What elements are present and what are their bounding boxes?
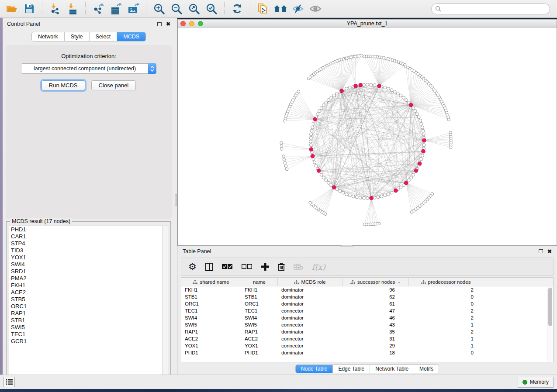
mcds-result-items: PHD1CAR1STP4TID3YOX1SWI4SRD1PMA2FKH1ACE2… xyxy=(9,226,168,345)
columns-icon[interactable] xyxy=(205,263,213,271)
table-cell: SWI4 xyxy=(241,315,278,320)
table-cell: ACE2 xyxy=(181,336,241,341)
column-header-mcds-role[interactable]: MCDS role xyxy=(278,278,343,286)
table-row[interactable]: STB1STB1dominator620 xyxy=(181,293,553,300)
select-all-icon[interactable] xyxy=(222,264,233,269)
list-item[interactable]: STB5 xyxy=(9,296,168,303)
toolbar-divider xyxy=(224,2,225,15)
table-cell: RAP1 xyxy=(241,329,278,334)
export-table-icon[interactable] xyxy=(108,2,123,16)
zoom-selected-icon[interactable] xyxy=(204,2,219,16)
network-window-title: YPA_prune.txt_1 xyxy=(178,21,557,27)
float-table-panel-icon[interactable] xyxy=(539,249,543,253)
tab-network-table[interactable]: Network Table xyxy=(370,365,414,373)
column-header-successor-nodes[interactable]: successor nodes ⌄ xyxy=(343,278,409,286)
refresh-icon[interactable] xyxy=(230,2,245,16)
zoom-out-icon[interactable] xyxy=(169,2,184,16)
table-row[interactable]: SWI4SWI4dominator462 xyxy=(181,314,553,321)
table-row[interactable]: ORC1ORC1dominator610 xyxy=(181,300,553,307)
table-row[interactable]: ACE2ACE2connector311 xyxy=(181,335,553,342)
table-row[interactable]: YOX1YOX1connector291 xyxy=(181,342,553,349)
import-network-icon[interactable] xyxy=(48,2,62,16)
list-item[interactable]: CAR1 xyxy=(9,233,168,240)
save-icon[interactable] xyxy=(22,2,37,16)
table-row[interactable]: RAP1RAP1dominator352 xyxy=(181,328,553,335)
network-clone-icon[interactable] xyxy=(256,2,270,16)
list-item[interactable]: FKH1 xyxy=(9,282,168,289)
close-panel-button[interactable]: Close panel xyxy=(91,80,136,90)
delete-icon[interactable] xyxy=(278,263,285,271)
desktop-wallpaper-bottom xyxy=(0,389,557,392)
close-panel-icon[interactable]: ✖ xyxy=(166,21,170,27)
list-item[interactable]: ORC1 xyxy=(9,303,168,310)
zoom-in-icon[interactable] xyxy=(152,2,166,16)
column-header-name[interactable]: name xyxy=(241,278,278,286)
select-stepper-icon xyxy=(148,63,156,74)
mcds-list-scrollbar[interactable] xyxy=(162,226,168,382)
list-item[interactable]: YOX1 xyxy=(9,254,168,261)
list-item[interactable]: RAP1 xyxy=(9,310,168,317)
tab-node-table[interactable]: Node Table xyxy=(296,365,333,373)
open-folder-icon[interactable] xyxy=(4,2,19,16)
run-mcds-button[interactable]: Run MCDS xyxy=(42,80,85,90)
mcds-result-list[interactable]: PHD1CAR1STP4TID3YOX1SWI4SRD1PMA2FKH1ACE2… xyxy=(9,226,168,382)
table-cell: ACE2 xyxy=(241,336,278,341)
table-cell: 1 xyxy=(409,336,483,341)
panel-splitter[interactable] xyxy=(175,18,177,375)
import-table-icon[interactable] xyxy=(65,2,80,16)
list-item[interactable]: PMA2 xyxy=(9,275,168,282)
list-item[interactable]: SWI5 xyxy=(9,324,168,331)
attribute-tree-icon xyxy=(350,280,355,284)
list-item[interactable]: ACE2 xyxy=(9,289,168,296)
tab-mcds[interactable]: MCDS xyxy=(117,32,145,41)
table-row[interactable]: TEC1TEC1connector472 xyxy=(181,307,553,314)
table-splitter-grip[interactable] xyxy=(341,245,353,247)
tab-network[interactable]: Network xyxy=(32,32,65,41)
column-header-shared-name[interactable]: shared name xyxy=(181,278,241,286)
add-column-icon[interactable] xyxy=(261,263,269,271)
tab-edge-table[interactable]: Edge Table xyxy=(333,365,370,373)
network-canvas[interactable] xyxy=(178,28,557,245)
table-cell: FKH1 xyxy=(241,287,278,292)
search-input[interactable] xyxy=(431,3,550,14)
tab-motifs[interactable]: Motifs xyxy=(414,365,439,373)
splitter-grip[interactable] xyxy=(175,194,177,206)
column-header-predecessor-nodes[interactable]: predecessor nodes xyxy=(409,278,483,286)
table-tab-group: Node Table Edge Table Network Table Moti… xyxy=(295,364,439,373)
first-neighbors-icon[interactable] xyxy=(273,2,288,16)
table-row[interactable]: PHD1PHD1dominator180 xyxy=(181,349,553,356)
hide-selected-icon[interactable] xyxy=(291,2,305,16)
table-scrollbar[interactable] xyxy=(547,287,553,361)
table-scrollbar-thumb[interactable] xyxy=(548,288,552,326)
memory-button[interactable]: Memory xyxy=(518,377,554,388)
list-item[interactable]: SRD1 xyxy=(9,268,168,275)
table-cell: 1 xyxy=(409,343,483,348)
list-item[interactable]: TID3 xyxy=(9,247,168,254)
gear-icon[interactable]: ⚙ xyxy=(188,262,197,272)
export-image-icon[interactable] xyxy=(126,2,141,16)
list-item[interactable]: PHD1 xyxy=(9,226,168,233)
list-item[interactable]: GCR1 xyxy=(9,338,168,345)
task-history-button[interactable] xyxy=(3,377,15,387)
list-item[interactable]: STP4 xyxy=(9,240,168,247)
tab-select[interactable]: Select xyxy=(90,32,118,41)
float-panel-icon[interactable] xyxy=(157,22,162,26)
table-cell: 62 xyxy=(343,294,409,299)
tab-style[interactable]: Style xyxy=(65,32,90,41)
table-cell: SWI4 xyxy=(181,315,241,320)
close-table-panel-icon[interactable]: ✖ xyxy=(547,249,552,254)
criterion-select[interactable]: largest connected component (undirected) xyxy=(21,63,156,74)
network-window-titlebar[interactable]: YPA_prune.txt_1 xyxy=(178,19,557,28)
deselect-all-icon[interactable] xyxy=(242,264,253,269)
export-network-icon[interactable] xyxy=(91,2,106,16)
list-item[interactable]: SWI4 xyxy=(9,261,168,268)
table-row[interactable]: SWI5SWI5connector431 xyxy=(181,321,553,328)
table-row[interactable]: FKH1FKH1dominator962 xyxy=(181,286,553,293)
table-cell: SWI5 xyxy=(181,322,241,327)
table-cell: 2 xyxy=(409,315,483,320)
show-all-icon[interactable] xyxy=(308,2,323,16)
table-cell: dominator xyxy=(278,329,343,334)
zoom-fit-icon[interactable] xyxy=(187,2,201,16)
list-item[interactable]: TEC1 xyxy=(9,331,168,338)
list-item[interactable]: STB1 xyxy=(9,317,168,324)
